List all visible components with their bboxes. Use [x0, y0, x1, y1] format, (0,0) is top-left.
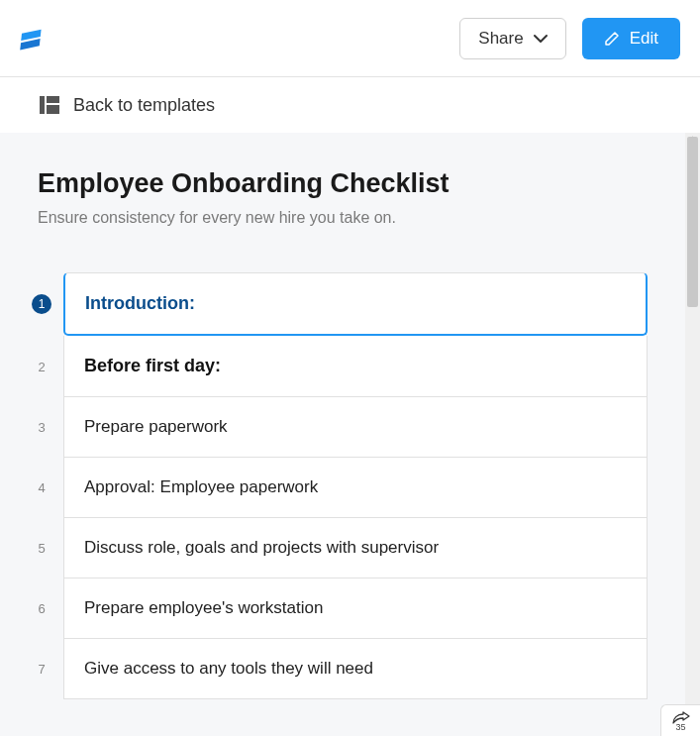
edit-button[interactable]: Edit	[582, 18, 680, 59]
svg-rect-1	[20, 39, 40, 50]
step-card[interactable]: Prepare employee's workstation	[63, 578, 648, 639]
top-bar: Share Edit	[0, 0, 700, 77]
page-subtitle: Ensure consistency for every new hire yo…	[38, 209, 648, 227]
svg-rect-2	[40, 96, 45, 114]
checklist-row[interactable]: 7Give access to any tools they will need	[32, 639, 648, 699]
svg-rect-0	[21, 29, 41, 40]
svg-rect-4	[47, 105, 59, 114]
vertical-scrollbar[interactable]: ▴	[685, 133, 700, 736]
checklist-row[interactable]: 6Prepare employee's workstation	[32, 578, 648, 639]
step-number: 1	[32, 272, 51, 336]
checklist-row[interactable]: 3Prepare paperwork	[32, 397, 648, 458]
back-bar[interactable]: Back to templates	[0, 77, 700, 133]
checklist-row[interactable]: 1Introduction:	[32, 272, 648, 336]
checklist-row[interactable]: 5Discuss role, goals and projects with s…	[32, 518, 648, 578]
content-area: Employee Onboarding Checklist Ensure con…	[0, 133, 685, 736]
pencil-icon	[604, 31, 620, 47]
svg-rect-3	[47, 96, 59, 103]
share-button[interactable]: Share	[459, 18, 565, 59]
templates-icon	[40, 95, 59, 115]
step-number: 6	[32, 578, 51, 639]
step-card[interactable]: Approval: Employee paperwork	[63, 458, 648, 518]
content-inner: Employee Onboarding Checklist Ensure con…	[0, 133, 685, 699]
step-card[interactable]: Prepare paperwork	[63, 397, 648, 458]
share-label: Share	[478, 29, 523, 49]
back-to-templates-label: Back to templates	[73, 95, 215, 116]
step-number: 4	[32, 458, 51, 518]
edit-label: Edit	[630, 29, 658, 49]
forward-count: 35	[675, 722, 685, 732]
checklist-row[interactable]: 2Before first day:	[32, 336, 648, 397]
share-forward-button[interactable]: 35	[660, 704, 700, 736]
step-card[interactable]: Give access to any tools they will need	[63, 639, 648, 699]
page-title: Employee Onboarding Checklist	[38, 168, 648, 199]
step-card[interactable]: Before first day:	[63, 336, 648, 397]
app-logo[interactable]	[20, 23, 51, 54]
checklist-row[interactable]: 4Approval: Employee paperwork	[32, 458, 648, 518]
checklist: 1Introduction:2Before first day:3Prepare…	[32, 272, 648, 699]
topbar-actions: Share Edit	[459, 18, 680, 59]
step-card[interactable]: Introduction:	[63, 272, 648, 336]
step-number: 3	[32, 397, 51, 458]
scrollbar-thumb[interactable]	[687, 137, 698, 307]
step-card[interactable]: Discuss role, goals and projects with su…	[63, 518, 648, 578]
step-number: 5	[32, 518, 51, 578]
step-number: 7	[32, 639, 51, 699]
step-number: 2	[32, 336, 51, 397]
chevron-down-icon	[534, 34, 548, 44]
